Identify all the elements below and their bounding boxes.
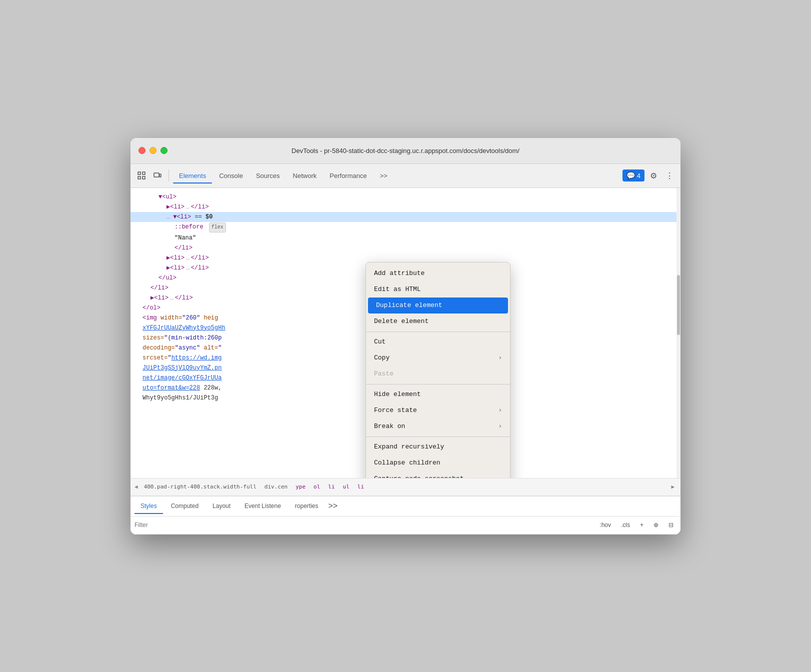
tab-more[interactable]: >>	[374, 169, 394, 182]
dom-line: ▶<li>…</li>	[130, 253, 680, 263]
device-icon[interactable]	[150, 168, 164, 182]
chevron-right-icon: ›	[498, 406, 502, 416]
tab-computed[interactable]: Computed	[165, 498, 204, 514]
copy-styles-button[interactable]: ⊕	[650, 520, 662, 530]
dom-panel: ▼<ul> ▶<li>…</li> … ▼<li> == $0 ::before…	[130, 188, 680, 478]
more-options-icon[interactable]: ⋮	[662, 168, 676, 182]
menu-item-cut[interactable]: Cut	[366, 334, 510, 350]
breadcrumb-item-5[interactable]: li	[326, 482, 336, 491]
style-settings-button[interactable]: ⊟	[666, 520, 676, 530]
svg-rect-4	[154, 173, 159, 177]
filter-actions: :hov .cls + ⊕ ⊟	[596, 520, 676, 530]
breadcrumb-item-1[interactable]: 400.pad-right-400.stack.width-full	[142, 482, 258, 491]
add-style-button[interactable]: +	[637, 520, 646, 530]
menu-item-break-on[interactable]: Break on ›	[366, 418, 510, 434]
dom-line: "Nana"	[130, 233, 680, 243]
hov-button[interactable]: :hov	[596, 520, 614, 530]
tab-network[interactable]: Network	[287, 169, 323, 182]
close-button[interactable]	[138, 147, 146, 154]
cursor-icon[interactable]	[134, 168, 148, 182]
cls-button[interactable]: .cls	[618, 520, 633, 530]
breadcrumb-item-6[interactable]: ul	[341, 482, 352, 491]
toolbar-divider	[168, 170, 169, 182]
filter-input[interactable]	[134, 522, 592, 528]
breadcrumb-bar: ◀ 400.pad-right-400.stack.width-full div…	[130, 478, 680, 496]
bottom-panel: Styles Computed Layout Event Listene rop…	[130, 496, 680, 534]
menu-item-paste: Paste	[366, 366, 510, 382]
titlebar: DevTools - pr-5840-static-dot-dcc-stagin…	[130, 138, 680, 164]
menu-item-edit-html[interactable]: Edit as HTML	[366, 282, 510, 298]
menu-item-delete-element[interactable]: Delete element	[366, 314, 510, 330]
tab-elements[interactable]: Elements	[173, 169, 212, 182]
settings-icon[interactable]: ⚙	[646, 168, 660, 182]
menu-item-force-state[interactable]: Force state ›	[366, 402, 510, 418]
breadcrumb-nav-right[interactable]: ▶	[671, 484, 674, 490]
menu-item-duplicate-element[interactable]: Duplicate element	[368, 298, 508, 314]
window-title: DevTools - pr-5840-static-dot-dcc-stagin…	[292, 147, 520, 154]
toolbar-tabs: Elements Console Sources Network Perform…	[173, 169, 620, 182]
menu-divider-1	[366, 332, 510, 332]
breadcrumb-item-7[interactable]: li	[356, 482, 366, 491]
devtools-window: DevTools - pr-5840-static-dot-dcc-stagin…	[130, 138, 680, 534]
dom-line: ▶<li>…</li>	[130, 202, 680, 212]
context-menu: Add attribute Edit as HTML Duplicate ele…	[366, 262, 510, 478]
maximize-button[interactable]	[160, 147, 168, 154]
svg-rect-2	[142, 172, 145, 174]
minimize-button[interactable]	[150, 147, 156, 154]
tab-sources[interactable]: Sources	[250, 169, 286, 182]
breadcrumb-nav-left[interactable]: ◀	[134, 484, 138, 490]
bottom-tabs: Styles Computed Layout Event Listene rop…	[130, 496, 680, 516]
traffic-lights	[138, 147, 168, 154]
dom-line: </li>	[130, 243, 680, 253]
scrollbar-thumb[interactable]	[677, 275, 680, 335]
filter-bar: :hov .cls + ⊕ ⊟	[130, 516, 680, 534]
menu-item-add-attribute[interactable]: Add attribute	[366, 266, 510, 282]
tab-more[interactable]: >>	[326, 498, 340, 514]
tab-properties[interactable]: roperties	[289, 498, 324, 514]
svg-rect-0	[138, 172, 140, 174]
menu-item-capture-node-screenshot[interactable]: Capture node screenshot	[366, 471, 510, 478]
dom-line-selected[interactable]: … ▼<li> == $0	[130, 212, 680, 222]
breadcrumb-item-4[interactable]: ol	[312, 482, 322, 491]
toolbar-right: 💬 4 ⚙ ⋮	[622, 168, 676, 182]
menu-item-copy[interactable]: Copy ›	[366, 350, 510, 366]
chevron-right-icon: ›	[498, 422, 502, 432]
breadcrumb-item-2[interactable]: div.cen	[262, 482, 290, 491]
dom-line: ::before flex	[130, 222, 680, 233]
chevron-right-icon: ›	[498, 353, 502, 363]
menu-divider-2	[366, 384, 510, 384]
tab-performance[interactable]: Performance	[324, 169, 372, 182]
devtools-toolbar: Elements Console Sources Network Perform…	[130, 164, 680, 188]
svg-rect-3	[142, 176, 145, 179]
tab-styles[interactable]: Styles	[134, 498, 163, 514]
tab-layout[interactable]: Layout	[206, 498, 236, 514]
dom-line: ▼<ul>	[130, 192, 680, 202]
scrollbar-track[interactable]	[676, 188, 680, 478]
devtools-content: ▼<ul> ▶<li>…</li> … ▼<li> == $0 ::before…	[130, 188, 680, 534]
tab-event-listeners[interactable]: Event Listene	[238, 498, 287, 514]
console-badge[interactable]: 💬 4	[622, 170, 644, 182]
svg-rect-1	[138, 176, 140, 179]
breadcrumb-item-3[interactable]: ype	[294, 482, 308, 491]
menu-item-hide-element[interactable]: Hide element	[366, 386, 510, 402]
svg-rect-5	[160, 174, 161, 177]
menu-item-expand-recursively[interactable]: Expand recursively	[366, 439, 510, 455]
tab-console[interactable]: Console	[213, 169, 249, 182]
menu-item-collapse-children[interactable]: Collapse children	[366, 455, 510, 471]
menu-divider-3	[366, 436, 510, 437]
